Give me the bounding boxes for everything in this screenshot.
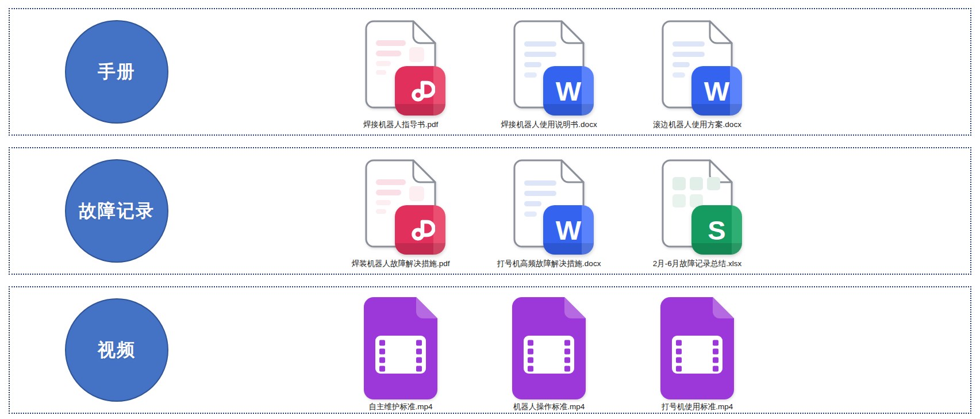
- category-circle-manual: 手册: [65, 20, 168, 124]
- file-item[interactable]: W 滚边机器人使用方案.docx: [628, 9, 766, 134]
- file-row-manual: 焊接机器人指导书.pdf W 焊接机器人使用说明书.docx: [332, 9, 766, 134]
- file-row-videos: 自主维护标准.mp4 机器人操作标准.mp4 打号机使用标准.mp4: [332, 287, 766, 413]
- file-board: 手册 焊接机器人指导书.pdf: [0, 0, 980, 414]
- video-file-icon[interactable]: [363, 297, 438, 400]
- file-name: 焊接机器人使用说明书.docx: [501, 120, 597, 130]
- badge-letter: W: [704, 78, 729, 105]
- filmstrip-icon: [660, 297, 735, 400]
- file-name: 机器人操作标准.mp4: [513, 402, 585, 412]
- file-item[interactable]: 焊接机器人指导书.pdf: [332, 9, 470, 134]
- badge-letter: W: [556, 78, 581, 105]
- file-name: 2月-6月故障记录总结.xlsx: [653, 259, 742, 269]
- pdf-badge-icon: [395, 66, 445, 116]
- spreadsheet-badge-icon: S: [691, 205, 742, 255]
- badge-letter: W: [556, 217, 581, 244]
- word-file-icon[interactable]: W: [661, 20, 733, 109]
- file-row-fault-records: 焊装机器人故障解决措施.pdf W 打号机高频故障解决措施.docx: [332, 148, 766, 274]
- video-file-icon[interactable]: [660, 297, 735, 400]
- file-name: 自主维护标准.mp4: [368, 402, 432, 412]
- file-name: 打号机高频故障解决措施.docx: [497, 259, 601, 269]
- file-item[interactable]: 打号机使用标准.mp4: [628, 287, 766, 413]
- file-item[interactable]: W 打号机高频故障解决措施.docx: [480, 148, 618, 274]
- spreadsheet-file-icon[interactable]: S: [661, 159, 733, 248]
- filmstrip-icon: [512, 297, 586, 400]
- section-fault-records: 故障记录 焊装机器人故障解决措施.pdf: [9, 147, 971, 275]
- video-file-icon[interactable]: [512, 297, 586, 400]
- word-badge-icon: W: [543, 205, 594, 255]
- file-item[interactable]: 机器人操作标准.mp4: [480, 287, 618, 413]
- category-label: 视频: [98, 338, 136, 362]
- file-name: 焊装机器人故障解决措施.pdf: [351, 259, 449, 269]
- category-circle-fault-records: 故障记录: [65, 159, 168, 263]
- badge-letter: S: [708, 217, 725, 244]
- word-file-icon[interactable]: W: [513, 159, 585, 248]
- section-videos: 视频 自主维护标准.mp4 机器人操作标准.mp4: [9, 286, 971, 414]
- pdf-file-icon[interactable]: [364, 20, 437, 109]
- file-name: 滚边机器人使用方案.docx: [653, 120, 741, 130]
- file-name: 焊接机器人指导书.pdf: [363, 120, 439, 130]
- category-label: 故障记录: [79, 199, 155, 223]
- word-badge-icon: W: [543, 66, 594, 116]
- word-file-icon[interactable]: W: [513, 20, 585, 109]
- pdf-p-glyph-icon: [405, 215, 435, 245]
- file-item[interactable]: 焊装机器人故障解决措施.pdf: [332, 148, 470, 274]
- category-label: 手册: [98, 60, 136, 84]
- word-badge-icon: W: [691, 66, 742, 116]
- pdf-file-icon[interactable]: [364, 159, 437, 248]
- section-manual: 手册 焊接机器人指导书.pdf: [9, 8, 971, 136]
- file-name: 打号机使用标准.mp4: [662, 402, 733, 412]
- file-item[interactable]: S 2月-6月故障记录总结.xlsx: [628, 148, 766, 274]
- category-circle-videos: 视频: [65, 298, 168, 402]
- filmstrip-icon: [363, 297, 438, 400]
- file-item[interactable]: 自主维护标准.mp4: [332, 287, 470, 413]
- file-item[interactable]: W 焊接机器人使用说明书.docx: [480, 9, 618, 134]
- pdf-badge-icon: [395, 205, 445, 255]
- pdf-p-glyph-icon: [405, 76, 435, 106]
